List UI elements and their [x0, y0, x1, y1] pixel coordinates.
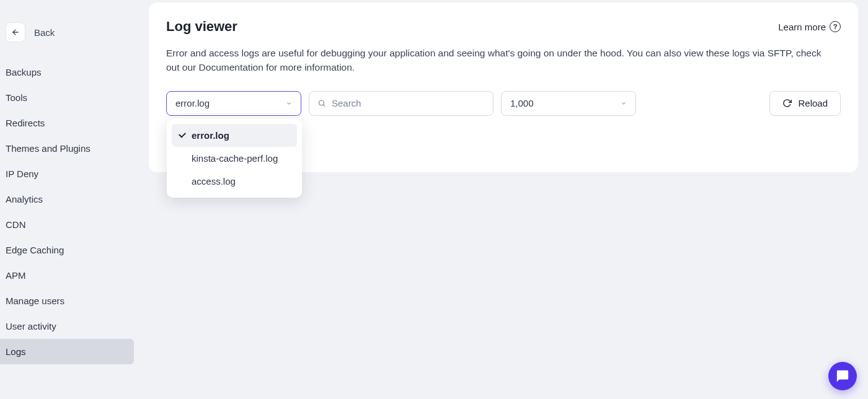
sidebar-item-backups[interactable]: Backups — [0, 59, 144, 85]
page-title: Log viewer — [166, 19, 237, 35]
line-count-value: 1,000 — [510, 98, 534, 108]
dropdown-option-kinsta-cache-perf[interactable]: kinsta-cache-perf.log — [172, 147, 297, 170]
sidebar-item-logs[interactable]: Logs — [0, 339, 134, 364]
sidebar-item-tools[interactable]: Tools — [0, 85, 144, 110]
chevron-down-icon — [621, 100, 627, 107]
log-viewer-card: Log viewer Learn more ? Error and access… — [149, 2, 858, 172]
search-input[interactable] — [332, 98, 484, 108]
learn-more-label: Learn more — [778, 22, 826, 32]
chat-icon — [836, 369, 849, 383]
log-file-select[interactable]: error.log error.log kinsta-cache-perf.lo… — [166, 91, 301, 116]
back-label[interactable]: Back — [34, 27, 55, 38]
arrow-left-icon — [11, 28, 20, 37]
description-text: Error and access logs are useful for deb… — [166, 46, 836, 75]
back-row: Back — [0, 22, 144, 59]
learn-more-link[interactable]: Learn more ? — [778, 21, 841, 32]
reload-icon — [782, 99, 792, 108]
sidebar-item-user-activity[interactable]: User activity — [0, 314, 144, 339]
controls-row: error.log error.log kinsta-cache-perf.lo… — [166, 91, 841, 116]
sidebar-item-themes-plugins[interactable]: Themes and Plugins — [0, 136, 144, 161]
sidebar-item-cdn[interactable]: CDN — [0, 212, 144, 237]
reload-label: Reload — [798, 98, 828, 108]
card-header: Log viewer Learn more ? — [166, 19, 841, 35]
chevron-down-icon — [286, 100, 292, 107]
sidebar-item-analytics[interactable]: Analytics — [0, 186, 144, 212]
svg-line-2 — [323, 105, 324, 106]
sidebar-item-redirects[interactable]: Redirects — [0, 110, 144, 136]
sidebar-nav: Backups Tools Redirects Themes and Plugi… — [0, 59, 144, 364]
sidebar: Back Backups Tools Redirects Themes and … — [0, 0, 144, 399]
reload-button[interactable]: Reload — [769, 91, 841, 116]
sidebar-item-manage-users[interactable]: Manage users — [0, 288, 144, 314]
sidebar-item-edge-caching[interactable]: Edge Caching — [0, 237, 144, 263]
chat-launcher-button[interactable] — [828, 362, 857, 390]
help-icon: ? — [830, 21, 841, 32]
sidebar-item-apm[interactable]: APM — [0, 263, 144, 288]
log-file-select-value: error.log — [175, 98, 210, 108]
dropdown-option-error-log[interactable]: error.log — [172, 124, 297, 147]
search-box[interactable] — [309, 91, 494, 116]
line-count-select[interactable]: 1,000 — [501, 91, 636, 116]
sidebar-item-ip-deny[interactable]: IP Deny — [0, 161, 144, 186]
content-area: Log viewer Learn more ? Error and access… — [144, 0, 868, 399]
log-file-dropdown: error.log kinsta-cache-perf.log access.l… — [167, 119, 302, 198]
back-button[interactable] — [6, 22, 25, 42]
search-icon — [318, 99, 326, 107]
dropdown-option-access-log[interactable]: access.log — [172, 170, 297, 193]
